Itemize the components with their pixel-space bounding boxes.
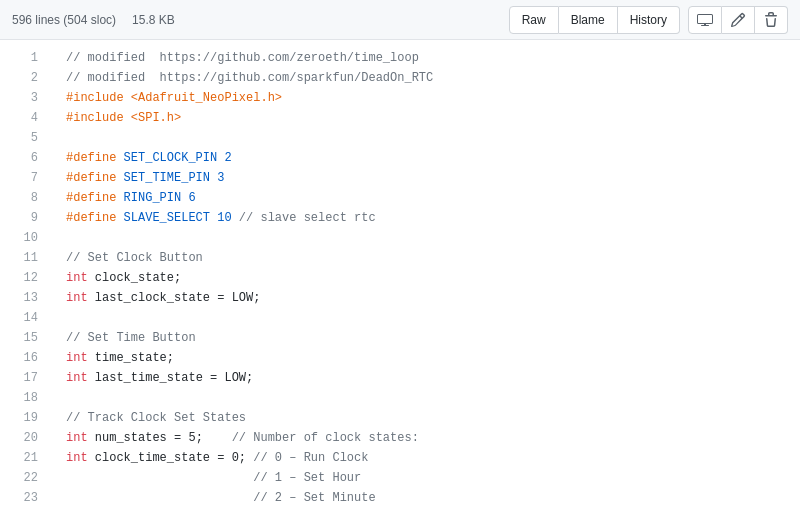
line-number: 1 <box>0 48 50 68</box>
code-line: // Track Clock Set States <box>66 408 800 428</box>
code-line: // modified https://github.com/zeroeth/t… <box>66 48 800 68</box>
code-token: // slave select rtc <box>232 208 376 228</box>
file-lines: 596 lines (504 sloc) <box>12 13 116 27</box>
desktop-icon-button[interactable] <box>688 6 722 34</box>
file-header: 596 lines (504 sloc) 15.8 KB Raw Blame H… <box>0 0 800 40</box>
line-number: 20 <box>0 428 50 448</box>
line-number: 21 <box>0 448 50 468</box>
line-number: 17 <box>0 368 50 388</box>
code-token: #define <box>66 148 124 168</box>
delete-icon-button[interactable] <box>755 6 788 34</box>
line-number: 22 <box>0 468 50 488</box>
toolbar: Raw Blame History <box>509 6 788 34</box>
code-line <box>66 308 800 328</box>
line-number: 6 <box>0 148 50 168</box>
code-token: // 1 – Set Hour <box>66 468 361 488</box>
line-number: 18 <box>0 388 50 408</box>
code-token: int <box>66 268 88 288</box>
line-number: 14 <box>0 308 50 328</box>
delete-icon <box>763 12 779 28</box>
code-token: #include <SPI.h> <box>66 108 181 128</box>
code-token: // Track Clock Set States <box>66 408 246 428</box>
code-token: int <box>66 348 88 368</box>
code-line: #define RING_PIN 6 <box>66 188 800 208</box>
code-token: // modified https://github.com/sparkfun/… <box>66 68 433 88</box>
code-token: SET_CLOCK_PIN <box>124 148 225 168</box>
line-number: 10 <box>0 228 50 248</box>
line-number: 8 <box>0 188 50 208</box>
desktop-icon <box>697 12 713 28</box>
code-content: // modified https://github.com/zeroeth/t… <box>50 40 800 512</box>
code-line: // Set Clock Button <box>66 248 800 268</box>
code-line: // 1 – Set Hour <box>66 468 800 488</box>
code-token: last_clock_state = LOW; <box>88 288 261 308</box>
code-line <box>66 228 800 248</box>
code-token: clock_time_state = 0; <box>88 448 254 468</box>
code-token: #define <box>66 188 124 208</box>
line-number: 23 <box>0 488 50 508</box>
code-token: // Set Time Button <box>66 328 196 348</box>
code-line: #define SET_TIME_PIN 3 <box>66 168 800 188</box>
history-button[interactable]: History <box>618 6 680 34</box>
code-token: // 0 – Run Clock <box>253 448 368 468</box>
code-token: last_time_state = LOW; <box>88 368 254 388</box>
code-line: int clock_state; <box>66 268 800 288</box>
line-number: 16 <box>0 348 50 368</box>
code-token: clock_state; <box>88 268 182 288</box>
edit-icon <box>730 12 746 28</box>
line-number: 13 <box>0 288 50 308</box>
code-token: SLAVE_SELECT <box>124 208 218 228</box>
code-token: // 3 – Set Second <box>66 508 376 512</box>
code-token: 3 <box>217 168 224 188</box>
code-token: int <box>66 368 88 388</box>
code-token: // Number of clock states: <box>232 428 419 448</box>
file-size: 15.8 KB <box>132 13 175 27</box>
line-number: 4 <box>0 108 50 128</box>
code-line: // 2 – Set Minute <box>66 488 800 508</box>
line-number: 19 <box>0 408 50 428</box>
code-token: #include <Adafruit_NeoPixel.h> <box>66 88 282 108</box>
edit-icon-button[interactable] <box>722 6 755 34</box>
line-number: 12 <box>0 268 50 288</box>
code-token: RING_PIN <box>124 188 189 208</box>
code-line <box>66 388 800 408</box>
code-line: int num_states = 5; // Number of clock s… <box>66 428 800 448</box>
code-line: int time_state; <box>66 348 800 368</box>
line-number: 3 <box>0 88 50 108</box>
code-line: #define SET_CLOCK_PIN 2 <box>66 148 800 168</box>
code-token: 2 <box>224 148 231 168</box>
code-token: // 2 – Set Minute <box>66 488 376 508</box>
blame-button[interactable]: Blame <box>559 6 618 34</box>
code-token: int <box>66 428 88 448</box>
code-line: int last_clock_state = LOW; <box>66 288 800 308</box>
code-token: int <box>66 288 88 308</box>
code-token: #define <box>66 168 124 188</box>
code-line: int clock_time_state = 0; // 0 – Run Clo… <box>66 448 800 468</box>
code-line: // modified https://github.com/sparkfun/… <box>66 68 800 88</box>
code-token: 10 <box>217 208 231 228</box>
line-number: 24 <box>0 508 50 512</box>
line-number: 5 <box>0 128 50 148</box>
code-line <box>66 128 800 148</box>
file-info: 596 lines (504 sloc) 15.8 KB <box>12 13 175 27</box>
code-token: time_state; <box>88 348 174 368</box>
code-token: #define <box>66 208 124 228</box>
raw-button[interactable]: Raw <box>509 6 559 34</box>
code-line: // Set Time Button <box>66 328 800 348</box>
line-number: 15 <box>0 328 50 348</box>
line-number: 2 <box>0 68 50 88</box>
line-number: 7 <box>0 168 50 188</box>
code-token: SET_TIME_PIN <box>124 168 218 188</box>
code-line: #include <Adafruit_NeoPixel.h> <box>66 88 800 108</box>
code-line: #include <SPI.h> <box>66 108 800 128</box>
line-number: 9 <box>0 208 50 228</box>
code-viewer: 1234567891011121314151617181920212223242… <box>0 40 800 512</box>
line-number: 11 <box>0 248 50 268</box>
code-token: num_states = 5; <box>88 428 232 448</box>
code-line: // 3 – Set Second <box>66 508 800 512</box>
code-token: // Set Clock Button <box>66 248 203 268</box>
code-line: #define SLAVE_SELECT 10 // slave select … <box>66 208 800 228</box>
code-token: 6 <box>188 188 195 208</box>
code-token: // modified https://github.com/zeroeth/t… <box>66 48 419 68</box>
code-line: int last_time_state = LOW; <box>66 368 800 388</box>
